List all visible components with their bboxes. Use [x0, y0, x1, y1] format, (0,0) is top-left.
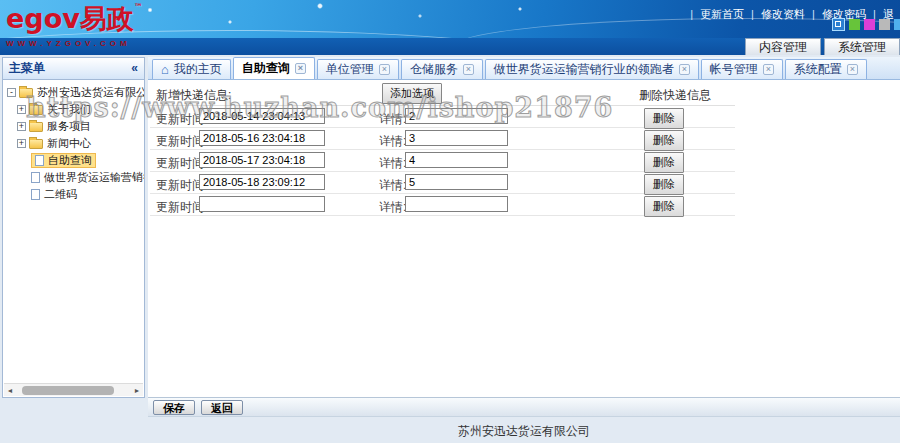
detail-input[interactable] — [405, 130, 508, 146]
save-button[interactable]: 保存 — [153, 400, 195, 415]
tree-node-label: 新闻中心 — [47, 136, 91, 151]
tab-my-home[interactable]: ⌂ 我的主页 — [152, 59, 231, 79]
tree-node-label: 自助查询 — [48, 153, 92, 168]
tree-node-company-root[interactable]: - 苏州安迅达货运有限公司 — [5, 84, 144, 101]
selected-node-highlight: 自助查询 — [31, 153, 96, 168]
detail-input[interactable] — [405, 152, 508, 168]
tab-unit-management[interactable]: 单位管理 × — [317, 59, 399, 79]
form-panel: 新增快递信息: 添加选项 删除快递信息 更新时间: 详情: 删除 更新时间: 详… — [148, 80, 900, 397]
brand-url-text: WWW.YZGOV.COM — [6, 39, 143, 48]
window-theme-icon[interactable] — [832, 18, 845, 31]
bottom-toolbar: 保存 返回 — [148, 397, 900, 417]
update-time-input[interactable] — [199, 152, 325, 168]
detail-input[interactable] — [405, 174, 508, 190]
folder-icon — [29, 105, 43, 115]
folder-icon — [29, 139, 43, 149]
delete-express-info-label: 删除快递信息 — [639, 87, 711, 104]
nav-content-management[interactable]: 内容管理 — [745, 38, 821, 55]
tree-node-self-query-selected[interactable]: 自助查询 — [5, 152, 144, 169]
app-header: egov易政™ WWW.YZGOV.COM | 更新首页 | 修改资料 | 修改… — [0, 0, 900, 55]
tab-account-management[interactable]: 帐号管理 × — [701, 59, 783, 79]
tree-node-world-freight[interactable]: 做世界货运运输营销行业的 — [5, 169, 144, 186]
close-icon[interactable]: × — [679, 64, 690, 75]
detail-label: 详情: — [379, 133, 406, 150]
sidebar: 主菜单 « - 苏州安迅达货运有限公司 + 关于我们 + 服务项目 + — [2, 57, 145, 398]
page: egov易政™ WWW.YZGOV.COM | 更新首页 | 修改资料 | 修改… — [0, 0, 900, 443]
tree-node-label: 做世界货运运输营销行业的 — [44, 170, 144, 185]
theme-swatch-blue[interactable] — [894, 19, 900, 30]
tab-system-config[interactable]: 系统配置 × — [785, 59, 867, 79]
main-content: ⌂ 我的主页 自助查询 × 单位管理 × 仓储服务 × 做世界货运运输营销行业的… — [148, 57, 900, 443]
close-icon[interactable]: × — [379, 64, 390, 75]
theme-swatch-green[interactable] — [849, 19, 860, 30]
tab-label: 仓储服务 — [410, 61, 458, 78]
tab-bar: ⌂ 我的主页 自助查询 × 单位管理 × 仓储服务 × 做世界货运运输营销行业的… — [148, 57, 900, 80]
detail-label: 详情: — [379, 155, 406, 172]
footer-company-name: 苏州安迅达货运有限公司 — [148, 423, 900, 440]
tree-node-about-us[interactable]: + 关于我们 — [5, 101, 144, 118]
table-row: 更新时间: 详情: 删除 — [150, 172, 735, 194]
theme-swatch-magenta[interactable] — [864, 19, 875, 30]
collapse-box-icon[interactable]: - — [7, 88, 16, 97]
update-time-input[interactable] — [199, 174, 325, 190]
table-row: 更新时间: 详情: 删除 — [150, 128, 735, 150]
expand-box-icon[interactable]: + — [17, 122, 26, 131]
detail-label: 详情: — [379, 177, 406, 194]
table-row: 更新时间: 详情: 删除 — [150, 194, 735, 216]
brand-logo-text: egov易政™ — [6, 1, 143, 37]
add-express-info-label: 新增快递信息: — [156, 87, 231, 104]
tab-label: 自助查询 — [242, 60, 290, 77]
top-nav: 内容管理 系统管理 — [745, 38, 900, 55]
tab-warehouse-service[interactable]: 仓储服务 × — [401, 59, 483, 79]
page-icon — [31, 172, 40, 183]
close-icon[interactable]: × — [847, 64, 858, 75]
table-row: 更新时间: 详情: 删除 — [150, 150, 735, 172]
close-icon[interactable]: × — [763, 64, 774, 75]
link-edit-profile[interactable]: 修改资料 — [761, 8, 805, 20]
sidebar-collapse-icon[interactable]: « — [131, 58, 138, 79]
page-icon — [31, 189, 40, 200]
theme-palette — [832, 18, 900, 31]
update-time-input[interactable] — [199, 130, 325, 146]
tree-node-qr-code[interactable]: 二维码 — [5, 186, 144, 203]
nav-system-management[interactable]: 系统管理 — [824, 38, 900, 55]
expand-box-icon[interactable]: + — [17, 139, 26, 148]
delete-row-button[interactable]: 删除 — [644, 196, 684, 217]
delete-row-button[interactable]: 删除 — [644, 174, 684, 195]
close-icon[interactable]: × — [295, 63, 306, 74]
home-icon: ⌂ — [161, 64, 169, 76]
folder-icon — [19, 88, 33, 98]
sidebar-tree: - 苏州安迅达货运有限公司 + 关于我们 + 服务项目 + 新闻中心 — [3, 80, 144, 203]
theme-swatch-gray[interactable] — [879, 19, 890, 30]
folder-icon — [29, 122, 43, 132]
scrollbar-thumb[interactable] — [22, 386, 114, 395]
detail-input[interactable] — [405, 108, 508, 124]
tab-world-freight-leader[interactable]: 做世界货运运输营销行业的领跑者 × — [485, 59, 699, 79]
tab-label: 我的主页 — [174, 61, 222, 78]
update-time-input[interactable] — [199, 196, 325, 212]
table-header-row: 新增快递信息: 添加选项 删除快递信息 — [150, 80, 735, 106]
close-icon[interactable]: × — [463, 64, 474, 75]
tree-node-label: 苏州安迅达货运有限公司 — [37, 85, 144, 100]
update-time-input[interactable] — [199, 108, 325, 124]
tab-label: 单位管理 — [326, 61, 374, 78]
delete-row-button[interactable]: 删除 — [644, 130, 684, 151]
scroll-left-icon[interactable]: ◄ — [4, 387, 16, 394]
brand-logo: egov易政™ WWW.YZGOV.COM — [6, 1, 143, 48]
tree-node-services[interactable]: + 服务项目 — [5, 118, 144, 135]
expand-box-icon[interactable]: + — [17, 105, 26, 114]
back-button[interactable]: 返回 — [201, 400, 243, 415]
delete-row-button[interactable]: 删除 — [644, 108, 684, 129]
tab-self-query[interactable]: 自助查询 × — [233, 57, 315, 79]
scroll-right-icon[interactable]: ► — [131, 387, 143, 394]
detail-label: 详情: — [379, 199, 406, 216]
express-info-table: 新增快递信息: 添加选项 删除快递信息 更新时间: 详情: 删除 更新时间: 详… — [150, 80, 735, 216]
add-option-button[interactable]: 添加选项 — [382, 83, 442, 104]
detail-input[interactable] — [405, 196, 508, 212]
sidebar-header: 主菜单 « — [3, 58, 144, 80]
link-separator: | — [690, 8, 693, 20]
tree-node-news-center[interactable]: + 新闻中心 — [5, 135, 144, 152]
sidebar-horizontal-scrollbar[interactable]: ◄ ► — [4, 383, 143, 396]
link-refresh-home[interactable]: 更新首页 — [700, 8, 744, 20]
delete-row-button[interactable]: 删除 — [644, 152, 684, 173]
